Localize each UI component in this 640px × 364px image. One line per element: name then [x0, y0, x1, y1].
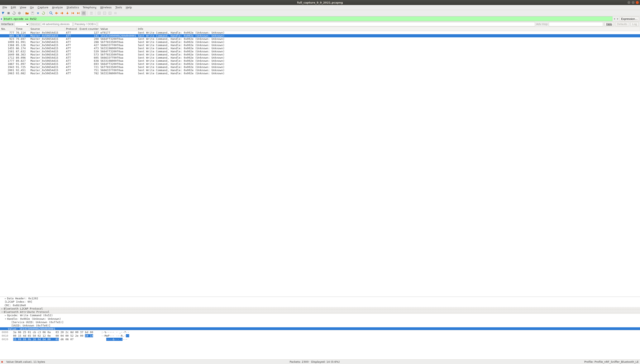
interface-select[interactable]	[15, 22, 29, 26]
filter-bookmark-icon[interactable]: ▮	[1, 18, 2, 20]
svg-line-6	[52, 14, 53, 14]
resize-columns-icon[interactable]	[113, 11, 118, 16]
packet-list-pane[interactable]: No. Time Source Protocol Event counter V…	[0, 27, 640, 297]
col-no[interactable]: No.	[0, 27, 15, 31]
svg-point-2	[19, 13, 20, 14]
detail-handle[interactable]: Handle: 0x002e (Unknown: Unknown)	[0, 317, 640, 320]
packet-row[interactable]: 109981.991Master_0x50654d15ATT28856ff653…	[0, 40, 640, 44]
start-capture-icon[interactable]	[1, 11, 6, 16]
expression-button[interactable]: Expression…	[620, 17, 639, 21]
menu-capture[interactable]: Capture	[36, 6, 50, 10]
go-to-packet-icon[interactable]	[65, 11, 70, 16]
svg-rect-7	[83, 12, 85, 14]
packet-bytes-pane[interactable]: 0000 3a 06 25 01 cb c3 06 0a 03 20 2c 8d…	[0, 330, 640, 360]
capture-options-icon[interactable]	[17, 11, 22, 16]
log-button[interactable]: Log	[630, 22, 639, 26]
key-input[interactable]	[98, 22, 535, 26]
svg-rect-0	[8, 12, 10, 14]
zoom-reset-icon[interactable]: 1	[108, 11, 112, 16]
detail-uuid[interactable]: [UUID: Unknown (0xffe9)]	[0, 324, 640, 327]
go-first-icon[interactable]	[71, 11, 75, 16]
hex-row-2[interactable]: 0020 15 09 09 0b 26 0d 04 00 01 d6 08 07…	[2, 338, 638, 341]
svg-point-5	[50, 12, 52, 14]
packet-row[interactable]: 188791.097Master_0x50654d15ATT6935664ff3…	[0, 62, 640, 66]
filter-dropdown-icon[interactable]: ▾	[616, 17, 619, 20]
menu-tools[interactable]: Tools	[114, 6, 124, 10]
svg-rect-10	[90, 12, 93, 13]
menu-help[interactable]: Help	[124, 6, 134, 10]
packet-row[interactable]: 200192.451Master_0x50654d15ATT751566633f…	[0, 69, 640, 72]
detail-l2cap-proto[interactable]: Bluetooth L2CAP Protocol	[0, 307, 640, 310]
open-file-icon[interactable]	[25, 11, 30, 16]
menu-go[interactable]: Go	[29, 6, 36, 10]
close-button[interactable]	[636, 1, 639, 4]
detail-crc[interactable]: CRC: 0x6b10e0	[0, 304, 640, 307]
device-input[interactable]	[41, 22, 73, 26]
menu-analyze[interactable]: Analyze	[51, 6, 65, 10]
save-file-icon[interactable]	[30, 11, 35, 16]
packet-row[interactable]: 177789.827Master_0x50654d15ATT6385633198…	[0, 59, 640, 62]
restart-capture-icon[interactable]	[12, 11, 16, 16]
go-last-icon[interactable]	[76, 11, 81, 16]
zoom-out-icon[interactable]	[102, 11, 107, 16]
col-time[interactable]: Time	[15, 27, 29, 31]
menu-telephony[interactable]: Telephony	[81, 6, 98, 10]
status-center: Packets: 2300 · Displayed: 14 (0.6%)	[290, 360, 340, 363]
help-button[interactable]: Help	[604, 22, 614, 26]
maximize-button[interactable]	[632, 1, 634, 4]
packet-row[interactable]: 171289.096Master_0x50654d15ATT605566633f…	[0, 56, 640, 59]
menu-edit[interactable]: Edit	[9, 6, 18, 10]
detail-service-uuid[interactable]: [Service UUID: Unknown (0xffe5)]	[0, 320, 640, 324]
svg-rect-12	[90, 14, 93, 14]
go-forward-icon[interactable]	[60, 11, 64, 16]
detail-value[interactable]: Value: 10141509090b260d040001	[0, 327, 640, 330]
packet-row[interactable]: 194391.725Master_0x50654d15ATT72156ff653…	[0, 66, 640, 69]
detail-att-proto[interactable]: Bluetooth Attribute Protocol	[0, 310, 640, 314]
detail-data-header[interactable]: Data Header: 0x1202	[0, 297, 640, 300]
packet-row[interactable]: 145586.174Master_0x50654d15ATT4735633198…	[0, 47, 640, 50]
expert-info-icon[interactable]	[1, 361, 3, 363]
advhop-input[interactable]	[549, 22, 603, 26]
packet-row[interactable]: 164988.363Master_0x50654d15ATT57356ff653…	[0, 53, 640, 56]
packet-row[interactable]: 80576.827Master_0x50654d15ATT14110141509…	[0, 34, 640, 37]
packet-row[interactable]: 206393.082Master_0x50654d15ATT7825633198…	[0, 72, 640, 75]
find-packet-icon[interactable]	[49, 11, 54, 16]
hex-row-0[interactable]: 0000 3a 06 25 01 cb c3 06 0a 03 20 2c 8d…	[2, 330, 638, 334]
close-file-icon[interactable]	[36, 11, 40, 16]
menu-file[interactable]: File	[1, 6, 9, 10]
svg-text:1: 1	[109, 12, 111, 14]
defaults-button[interactable]: Defaults	[615, 22, 629, 26]
col-value[interactable]: Value	[99, 27, 137, 31]
packet-row[interactable]: 77776.114Master_0x50654d15ATT127ef0177Se…	[0, 31, 640, 34]
packet-list-header[interactable]: No. Time Source Protocol Event counter V…	[0, 27, 640, 31]
passkey-input[interactable]	[74, 22, 97, 26]
status-right[interactable]: Profile: Profile_nRF_Sniffer_Bluetooth_L…	[584, 360, 639, 363]
menu-statistics[interactable]: Statistics	[65, 6, 81, 10]
display-filter-input[interactable]	[3, 16, 612, 21]
col-protocol[interactable]: Protocol	[65, 27, 78, 31]
detail-l2cap-index[interactable]: [L2CAP Index: 99]	[0, 300, 640, 304]
col-event-counter[interactable]: Event counter	[78, 27, 99, 31]
packet-row[interactable]: 92379.697Master_0x50654d15ATT2005664ff32…	[0, 37, 640, 40]
minimize-button[interactable]	[627, 1, 630, 4]
status-bar: Value (btatt.value), 11 bytes Packets: 2…	[0, 360, 640, 364]
filter-clear-icon[interactable]: ▾	[613, 17, 616, 20]
go-back-icon[interactable]	[54, 11, 59, 16]
menu-view[interactable]: View	[18, 6, 28, 10]
menu-wireless[interactable]: Wireless	[99, 6, 113, 10]
device-label: Device	[31, 22, 40, 26]
packet-details-pane[interactable]: Data Header: 0x1202 [L2CAP Index: 99] CR…	[0, 297, 640, 330]
packet-row[interactable]: 136885.126Master_0x50654d15ATT427566633f…	[0, 44, 640, 47]
autoscroll-icon[interactable]	[82, 11, 86, 16]
colorize-icon[interactable]	[89, 11, 94, 16]
packet-row[interactable]: 158187.632Master_0x50654d15ATT5395664ff3…	[0, 50, 640, 53]
detail-opcode[interactable]: Opcode: Write Command (0x52)	[0, 314, 640, 317]
stop-capture-icon[interactable]	[6, 11, 11, 16]
hex-row-1[interactable]: 0010 00 15 4d 65 50 02 12 0e 00 04 00 52…	[2, 334, 638, 338]
zoom-in-icon[interactable]	[97, 11, 102, 16]
reload-file-icon[interactable]	[41, 11, 46, 16]
display-filter-bar: ▮ ▾ ▾ Expression…	[0, 16, 640, 22]
col-source[interactable]: Source	[29, 27, 65, 31]
window-titlebar: full_capture_9_9_2021.pcapng	[0, 0, 640, 5]
col-info[interactable]: Info	[137, 27, 640, 31]
